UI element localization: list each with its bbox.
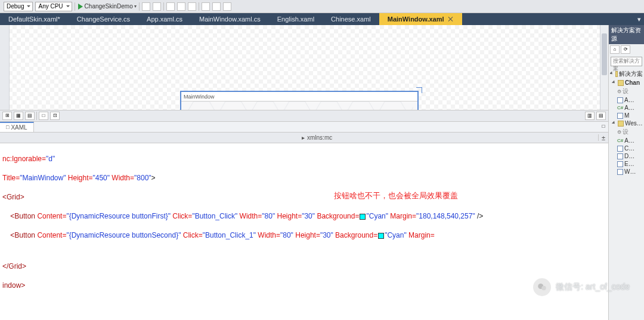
color-swatch-icon <box>378 233 384 239</box>
code-val: "80" <box>280 231 293 239</box>
code-val: "30" <box>302 212 315 220</box>
toolbar-icon[interactable] <box>202 2 210 11</box>
tree-label: M <box>624 112 629 119</box>
toolbar-icon[interactable] <box>212 2 221 11</box>
code-txt: > <box>151 174 156 182</box>
tree-label: A… <box>624 97 634 103</box>
breadcrumb-expand-button[interactable]: ± <box>599 134 608 141</box>
code-val: "{DynamicResource buttonFirst}" <box>66 212 171 220</box>
zoom-button[interactable]: □ <box>39 112 48 120</box>
solution-tree[interactable]: 解决方案 Chan⚙设A…C#A…MWes…⚙设C#A…C…D…E…W… <box>609 68 644 177</box>
code-attr: Height= <box>275 212 302 220</box>
code-val: "Cyan" <box>385 231 407 239</box>
toolbar-icon[interactable] <box>188 2 196 11</box>
toolbar-icon[interactable] <box>177 2 185 11</box>
tree-item[interactable]: Chan <box>610 79 643 87</box>
tree-item[interactable]: C#A… <box>610 137 643 144</box>
xaml-code-editor[interactable]: nc:Ignorable="d" Title="MainWindow" Heig… <box>0 143 608 320</box>
tab-app-xaml-cs[interactable]: App.xaml.cs <box>138 13 191 25</box>
file-type-icon: ⚙ <box>617 130 621 135</box>
code-val: "Cyan" <box>366 212 388 220</box>
xaml-pane-tab[interactable]: □ XAML <box>0 122 34 132</box>
scrollbar-thumb[interactable] <box>602 33 607 75</box>
watermark-text: 微信号: art_of_code <box>556 282 630 293</box>
home-icon[interactable]: ⌂ <box>610 45 620 54</box>
code-attr: Width= <box>237 212 262 220</box>
view-mode-button[interactable]: ▤ <box>25 112 35 120</box>
separator <box>139 2 140 11</box>
toolbar-icon[interactable] <box>223 2 231 11</box>
code-attr: Title= <box>2 174 20 182</box>
code-attr: Content= <box>37 212 66 220</box>
svg-point-3 <box>542 286 547 291</box>
file-icon <box>617 146 623 152</box>
breadcrumb-right[interactable]: ▸ xmlns:mc <box>299 134 599 141</box>
tree-item[interactable]: A… <box>610 96 643 104</box>
file-type-icon: C# <box>617 105 623 110</box>
tab-mainwindow-cs[interactable]: MainWindow.xaml.cs <box>191 13 269 25</box>
hex-background <box>181 101 417 110</box>
tab-overflow-button[interactable]: ▾ <box>634 13 644 25</box>
tree-label: D… <box>624 153 634 159</box>
solution-search-input[interactable]: 搜索解决方案 <box>611 57 642 66</box>
view-mode-button[interactable]: ⊞ <box>2 112 12 120</box>
file-icon <box>617 169 623 175</box>
tree-root[interactable]: 解决方案 <box>610 69 643 79</box>
tree-item[interactable]: C… <box>610 144 643 152</box>
tab-english[interactable]: English.xaml <box>269 13 323 25</box>
code-val: "800" <box>134 174 151 182</box>
code-val: "MainWindow" <box>20 174 66 182</box>
code-val: "80" <box>262 212 275 220</box>
breadcrumb-label: xmlns:mc <box>307 134 332 141</box>
tree-label: A… <box>624 104 634 111</box>
toolbar-icon[interactable] <box>153 2 161 11</box>
zoom-button[interactable]: ⊡ <box>50 112 60 120</box>
tree-label: 设 <box>623 128 628 136</box>
tab-changeservice[interactable]: ChangeService.cs <box>69 13 138 25</box>
toolbar-icon[interactable]: ⟳ <box>621 45 630 54</box>
tree-item[interactable]: D… <box>610 152 643 160</box>
toolbar-icon[interactable] <box>142 2 150 11</box>
view-mode-button[interactable]: ▦ <box>14 112 23 120</box>
code-attr: Click= <box>171 212 192 220</box>
tree-item[interactable]: Wes… <box>610 119 643 127</box>
config-dropdown[interactable]: Debug <box>4 2 33 11</box>
tree-label: Wes… <box>625 120 643 127</box>
tree-item[interactable]: ⚙设 <box>610 127 643 137</box>
split-orientation-button[interactable]: ▥ <box>585 112 595 120</box>
code-elem: </Grid> <box>2 262 26 270</box>
tree-label: Chan <box>625 79 640 86</box>
tree-item[interactable]: E… <box>610 160 643 168</box>
tab-chinese[interactable]: Chinese.xaml <box>323 13 379 25</box>
tree-item[interactable]: ⚙设 <box>610 87 643 96</box>
designer-gutter <box>0 25 10 110</box>
code-attr: Content= <box>37 231 66 239</box>
code-attr: nc:Ignorable= <box>2 155 46 163</box>
tab-mainwindow-xaml[interactable]: MainWindow.xaml <box>379 13 462 25</box>
tree-item[interactable]: C#A… <box>610 104 643 112</box>
tree-item[interactable]: M <box>610 112 643 119</box>
xaml-designer[interactable]: MainWindow 按钮1 按钮2 <box>0 25 608 110</box>
tree-label: E… <box>624 161 634 167</box>
preview-window-title: MainWindow <box>181 92 417 101</box>
tab-defaultskin[interactable]: DefaultSkin.xaml* <box>0 13 69 25</box>
platform-dropdown[interactable]: Any CPU <box>35 2 72 11</box>
designer-scrollbar[interactable] <box>600 25 608 110</box>
code-breadcrumb-bar: ▸ xmlns:mc ± <box>0 133 608 143</box>
code-val: "30" <box>320 231 333 239</box>
toolbar-icon[interactable] <box>166 2 175 11</box>
code-attr: Height= <box>293 231 320 239</box>
run-button[interactable]: ChangeSkinDemo ▾ <box>78 3 137 10</box>
watermark: 微信号: art_of_code <box>533 278 630 296</box>
preview-window[interactable]: MainWindow 按钮1 按钮2 <box>180 91 419 110</box>
close-icon[interactable] <box>448 16 454 22</box>
split-orientation-button[interactable]: ▤ <box>596 112 606 120</box>
designer-split-toolbar: ⊞ ▦ ▤ □ ⊡ ▥ ▤ <box>0 110 608 122</box>
code-attr: Background= <box>315 212 359 220</box>
play-icon <box>78 4 83 10</box>
code-attr: Width= <box>110 174 134 182</box>
pane-collapse-button[interactable]: □ <box>599 123 608 131</box>
file-icon <box>617 153 623 159</box>
pane-tab-label: XAML <box>11 124 27 131</box>
tree-item[interactable]: W… <box>610 168 643 176</box>
